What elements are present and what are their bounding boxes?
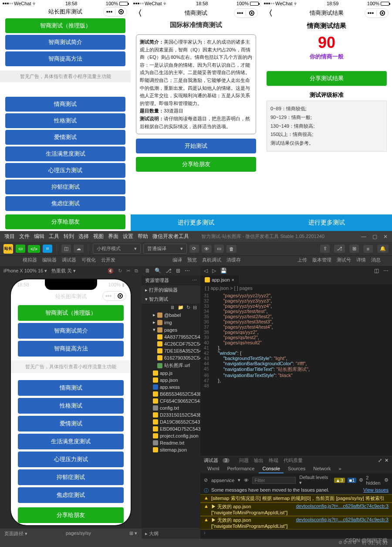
- levels-select[interactable]: Default levels ▾: [299, 475, 330, 486]
- save-icon[interactable]: 💾: [220, 268, 227, 274]
- more-icon[interactable]: •••: [104, 8, 115, 15]
- refresh-icon[interactable]: ↻: [186, 305, 190, 310]
- gear-icon[interactable]: ⚙: [384, 477, 389, 483]
- tree-item[interactable]: B6B5534652C543BFD0...: [142, 391, 200, 398]
- panel-tab[interactable]: 问题: [239, 458, 249, 463]
- test-button[interactable]: 心理压力测试: [18, 452, 124, 467]
- test-button[interactable]: 情商测试: [5, 97, 125, 112]
- debugger-label[interactable]: 调试器: [204, 457, 218, 464]
- eye-icon[interactable]: 👁: [244, 478, 249, 483]
- more-icon[interactable]: ⋯: [383, 268, 389, 274]
- close-icon[interactable]: ✕: [383, 234, 388, 240]
- open-editors[interactable]: ▸ 打开的编辑器: [142, 285, 200, 295]
- compile-select[interactable]: 普通编译▾: [143, 244, 187, 254]
- close-icon[interactable]: [377, 10, 388, 16]
- devtools-tab[interactable]: Sources: [284, 465, 309, 473]
- fwd-icon[interactable]: ▷: [212, 268, 216, 274]
- rotate-icon[interactable]: ↻: [118, 268, 122, 274]
- new-folder-icon[interactable]: 📁: [178, 305, 184, 310]
- share-button[interactable]: 分享给朋友: [136, 157, 256, 172]
- remote-debug-button[interactable]: ▭: [214, 245, 224, 253]
- search-icon[interactable]: 🔍: [155, 268, 161, 274]
- test-button[interactable]: 焦虑症测试: [18, 487, 124, 503]
- test-button[interactable]: 生活满意度测试: [18, 434, 124, 449]
- testid-button[interactable]: ⊞: [349, 245, 359, 253]
- debugger-toggle[interactable]: ⌗: [43, 245, 52, 253]
- test-button[interactable]: 焦虑症测试: [5, 196, 125, 211]
- more-tabs[interactable]: »: [335, 465, 345, 473]
- more-tests-footer[interactable]: 进行更多测试: [131, 214, 261, 231]
- tree-item[interactable]: ▸ img: [142, 319, 200, 326]
- menu-item[interactable]: 帮助: [138, 233, 148, 239]
- test-button[interactable]: 智商测试（推理版）: [5, 18, 125, 33]
- test-button[interactable]: 抑郁症测试: [5, 180, 125, 194]
- mode-select[interactable]: 小程序模式▾: [93, 244, 141, 254]
- test-button[interactable]: 性格测试: [18, 398, 124, 414]
- code-editor[interactable]: 31 "pages/yyz/yyz2/yyz2",32 "pages/yyz/y…: [200, 292, 392, 456]
- capsule[interactable]: •••: [234, 8, 258, 18]
- mute-icon[interactable]: 🔇: [108, 268, 114, 274]
- source-link[interactable]: devtoolsconfig.js?t=…c629afbf3c74c9ecb:3: [296, 517, 389, 522]
- close-icon[interactable]: ✕: [385, 458, 389, 463]
- menu-item[interactable]: 界面: [108, 233, 118, 239]
- git-icon[interactable]: ⎇: [166, 268, 172, 274]
- test-button[interactable]: 生活满意度测试: [5, 146, 125, 161]
- tree-item[interactable]: app.json: [142, 377, 200, 384]
- cut-icon[interactable]: ✂: [126, 268, 130, 274]
- file-tree[interactable]: ▸ @babel▸ img▾ pages4A83779552C543BF2C..…: [142, 311, 200, 528]
- menu-item[interactable]: 设置: [123, 233, 133, 239]
- close-icon[interactable]: [246, 10, 257, 16]
- menu-item[interactable]: 项目: [4, 233, 15, 239]
- test-button[interactable]: 智商提高方法: [18, 341, 124, 357]
- test-button[interactable]: 智商测试简介: [5, 35, 125, 50]
- panel-tab[interactable]: 输出: [254, 458, 264, 463]
- editor-tabs[interactable]: app.json×: [200, 275, 392, 284]
- test-button[interactable]: 爱情测试: [5, 130, 125, 145]
- devtools-tab[interactable]: Performance: [224, 465, 258, 473]
- share-result-button[interactable]: 分享测试结果: [267, 71, 387, 86]
- context-select[interactable]: appservice: [211, 478, 234, 483]
- tree-item[interactable]: CF654C90652C543BFA9...: [142, 398, 200, 404]
- simulator-toggle[interactable]: ▭: [16, 245, 25, 253]
- more-icon[interactable]: ⋯: [185, 268, 190, 274]
- tree-item[interactable]: 站长图库.url: [142, 361, 200, 370]
- close-icon[interactable]: [115, 9, 127, 14]
- capsule[interactable]: •••: [102, 291, 126, 301]
- split-icon[interactable]: ◫: [374, 268, 379, 274]
- more-icon[interactable]: ⋯: [192, 278, 197, 283]
- tree-item[interactable]: EBD804D752C543BF8D...: [142, 425, 200, 432]
- clear-icon[interactable]: ⊘: [204, 477, 208, 483]
- capsule[interactable]: •••: [103, 7, 127, 17]
- panel-tab[interactable]: 终端: [269, 458, 278, 463]
- tree-item[interactable]: ▾ pages: [142, 326, 200, 333]
- breadcrumb[interactable]: { } app.json > [ ] pages: [200, 284, 392, 292]
- scene-icon[interactable]: ⊞ ▾: [129, 530, 137, 537]
- back-icon[interactable]: 〈: [134, 8, 142, 18]
- test-button[interactable]: 抑郁症测试: [18, 469, 124, 485]
- menu-item[interactable]: 微信开发者工具: [152, 233, 189, 239]
- tree-item[interactable]: DA19C86552C543BFBC...: [142, 418, 200, 425]
- expand-icon[interactable]: ⤢: [378, 458, 382, 463]
- menu-item[interactable]: 选择: [78, 233, 89, 239]
- menu-item[interactable]: 转到: [64, 233, 74, 239]
- tree-item[interactable]: app.wxss: [142, 384, 200, 391]
- collapse-icon[interactable]: ⊟: [193, 305, 197, 310]
- outline-section[interactable]: ▸ 大纲: [142, 528, 200, 539]
- view-issues-link[interactable]: View issues: [363, 487, 389, 493]
- test-button[interactable]: 智商测试（推理版）: [18, 305, 124, 321]
- share-button[interactable]: 分享给朋友: [5, 214, 125, 229]
- tree-item[interactable]: app.js: [142, 370, 200, 377]
- tree-item[interactable]: sitemap.json: [142, 446, 200, 453]
- tree-item[interactable]: D233150152C543BFB4...: [142, 411, 200, 418]
- popout-icon[interactable]: ⧉: [135, 268, 138, 274]
- start-test-button[interactable]: 开始测试: [136, 139, 256, 153]
- page-path-select[interactable]: 页面路径 ▾: [4, 530, 27, 537]
- tree-item[interactable]: config.txt: [142, 404, 200, 411]
- files-icon[interactable]: 🗎: [145, 268, 150, 274]
- back-icon[interactable]: 〈: [265, 8, 273, 18]
- maximize-icon[interactable]: ▢: [372, 234, 377, 240]
- cloud-toggle[interactable]: ☁: [74, 245, 84, 253]
- minimize-icon[interactable]: —: [361, 234, 366, 240]
- hot-reload-select[interactable]: 热重载 关 ▾: [51, 268, 76, 274]
- clear-cache-button[interactable]: 🗑: [226, 245, 237, 253]
